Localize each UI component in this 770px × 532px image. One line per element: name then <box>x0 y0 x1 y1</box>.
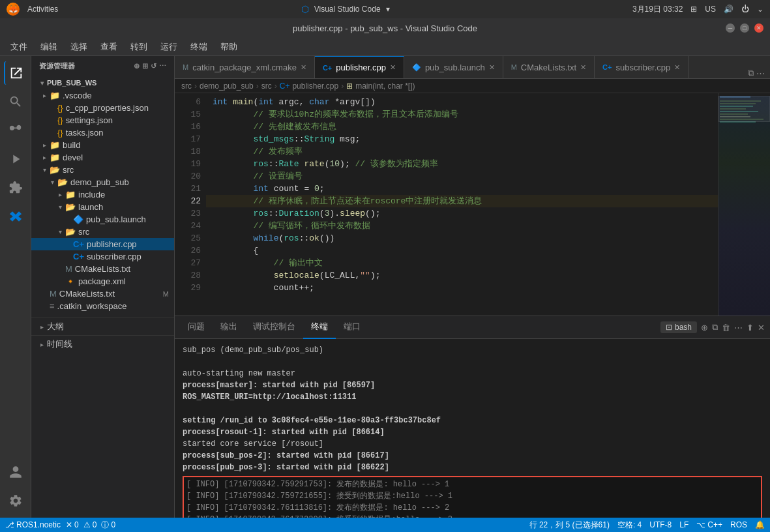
menu-edit[interactable]: 编辑 <box>35 40 63 54</box>
close-panel-icon[interactable]: ✕ <box>758 323 765 332</box>
more-icon[interactable]: ⋯ <box>159 62 166 70</box>
split-editor-icon[interactable]: ⧉ <box>748 68 754 78</box>
sidebar-item-c-cpp[interactable]: {} c_cpp_properties.json <box>31 102 174 114</box>
status-encoding[interactable]: UTF-8 <box>649 520 672 529</box>
sidebar-item-catkin-ws[interactable]: ≡ .catkin_workspace <box>31 300 174 312</box>
panel-tab-problems[interactable]: 问题 <box>180 316 213 339</box>
sidebar-item-publisher-cpp[interactable]: C+ publisher.cpp <box>31 238 174 250</box>
ros-label: ROS <box>730 520 747 529</box>
panel-tab-ports[interactable]: 端口 <box>336 316 368 339</box>
sidebar-item-cmakelists1[interactable]: M CMakeLists.txt M <box>31 288 174 300</box>
activities-label[interactable]: Activities <box>27 5 58 14</box>
maximize-panel-icon[interactable]: ⬆ <box>747 323 754 332</box>
firefox-icon[interactable]: 🦊 <box>7 3 20 16</box>
sidebar-header-icons: ⊕ ⊞ ↺ ⋯ <box>134 62 166 70</box>
activity-source-control[interactable] <box>4 119 27 142</box>
more-terminal-icon[interactable]: ⋯ <box>734 323 743 332</box>
menu-select[interactable]: 选择 <box>65 40 93 54</box>
minimap <box>718 93 770 316</box>
menu-run[interactable]: 运行 <box>155 40 183 54</box>
menu-goto[interactable]: 转到 <box>125 40 153 54</box>
volume-icon[interactable]: 🔊 <box>724 5 733 14</box>
sidebar-item-label: src <box>63 165 74 175</box>
folder-icon: 📁 <box>50 153 60 162</box>
panel-tab-terminal[interactable]: 终端 <box>303 316 336 339</box>
panel-tab-output[interactable]: 输出 <box>213 316 245 339</box>
sidebar-item-outline[interactable]: ▸ 大纲 <box>31 318 174 335</box>
tab-launch[interactable]: 🔷 pub_sub.launch ✕ <box>404 56 503 78</box>
tab-close-launch[interactable]: ✕ <box>489 63 495 72</box>
terminal-content[interactable]: sub_pos (demo_pub_sub/pos_sub) auto-star… <box>175 339 770 518</box>
tab-close-subscriber[interactable]: ✕ <box>674 63 680 72</box>
status-line-ending[interactable]: LF <box>679 520 689 529</box>
code-line: ros::Rate rate(10); // 该参数为指定频率 <box>206 158 718 170</box>
system-bar-right: 3月19日 03:32 ⊞ US 🔊 ⏻ ⌄ <box>632 4 763 15</box>
close-button[interactable]: ✕ <box>754 23 763 33</box>
activity-run[interactable] <box>4 147 27 171</box>
more-tabs-icon[interactable]: ⋯ <box>756 68 765 78</box>
split-terminal-icon[interactable]: ⧉ <box>712 322 718 332</box>
status-errors[interactable]: ✕ 0 ⚠ 0 ⓘ 0 <box>66 520 115 531</box>
tab-close-publisher[interactable]: ✕ <box>390 63 396 72</box>
menu-terminal[interactable]: 终端 <box>185 40 213 54</box>
sidebar-item-devel[interactable]: ▸ 📁 devel <box>31 151 174 164</box>
activity-vscode[interactable] <box>4 205 27 228</box>
sidebar-item-src[interactable]: ▾ 📂 src <box>31 164 174 176</box>
status-ros[interactable]: ROS <box>730 520 747 529</box>
sidebar-item-pub-launch[interactable]: 🔷 pub_sub.launch <box>31 213 174 226</box>
sidebar-item-build[interactable]: ▸ 📁 build <box>31 139 174 151</box>
status-notification[interactable]: 🔔 <box>755 520 765 529</box>
menu-file[interactable]: 文件 <box>5 40 33 54</box>
sidebar-item-demo[interactable]: ▾ 📂 demo_pub_sub <box>31 176 174 188</box>
new-folder-icon[interactable]: ⊞ <box>142 62 148 70</box>
activity-explorer[interactable] <box>4 61 27 85</box>
sidebar-item-package-xml[interactable]: 🔸 package.xml <box>31 275 174 288</box>
sidebar-item-launch[interactable]: ▾ 📂 launch <box>31 201 174 213</box>
tab-subscriber[interactable]: C+ subscriber.cpp ✕ <box>595 56 689 78</box>
status-bar-left: ⎇ ROS1.noetic ✕ 0 ⚠ 0 ⓘ 0 <box>5 520 115 531</box>
minimize-button[interactable]: ─ <box>726 23 735 33</box>
breadcrumb-src[interactable]: src <box>181 81 192 91</box>
sidebar-item-tasks[interactable]: {} tasks.json <box>31 126 174 139</box>
sidebar-item-settings[interactable]: {} settings.json <box>31 114 174 126</box>
vscode-title[interactable]: Visual Studio Code <box>314 5 381 14</box>
breadcrumb-file[interactable]: publisher.cpp <box>292 81 338 91</box>
status-spaces[interactable]: 空格: 4 <box>617 520 642 531</box>
breadcrumb-symbol[interactable]: main(int, char *[]) <box>355 81 415 91</box>
sidebar-item-cmakelists2[interactable]: M CMakeLists.txt <box>31 263 174 275</box>
kill-terminal-icon[interactable]: 🗑 <box>722 323 730 332</box>
sidebar-item-subscriber-cpp[interactable]: C+ subscriber.cpp <box>31 250 174 263</box>
new-file-icon[interactable]: ⊕ <box>134 62 140 70</box>
sidebar-item-include[interactable]: ▸ 📁 include <box>31 188 174 201</box>
power-icon[interactable]: ⏻ <box>741 5 749 14</box>
menu-help[interactable]: 帮助 <box>215 40 243 54</box>
add-terminal-icon[interactable]: ⊕ <box>701 323 708 332</box>
panel-tab-debug[interactable]: 调试控制台 <box>245 316 303 339</box>
maximize-button[interactable]: □ <box>740 23 749 33</box>
tab-publisher[interactable]: C+ publisher.cpp ✕ <box>315 56 404 78</box>
sidebar-item-timeline[interactable]: ▸ 时间线 <box>31 336 174 353</box>
activity-search[interactable] <box>4 90 27 113</box>
sidebar-item-label: include <box>78 190 105 200</box>
sidebar-workspace[interactable]: ▾ PUB_SUB_WS <box>31 76 174 89</box>
code-content[interactable]: int main(int argc, char *argv[]) // 要求以1… <box>206 93 718 316</box>
activity-settings[interactable] <box>4 489 27 512</box>
devel-arrow: ▸ <box>39 154 50 161</box>
tab-close-cmake[interactable]: ✕ <box>301 63 306 72</box>
sidebar-item-vscode[interactable]: ▸ 📁 .vscode <box>31 89 174 102</box>
status-branch[interactable]: ⎇ ROS1.noetic <box>5 520 61 529</box>
activity-extensions[interactable] <box>4 176 27 200</box>
sidebar-item-label: subscriber.cpp <box>87 252 141 261</box>
input-method[interactable]: US <box>705 5 716 14</box>
menu-view[interactable]: 查看 <box>95 40 123 54</box>
status-position[interactable]: 行 22，列 5 (已选择61) <box>529 520 610 531</box>
tab-cmake[interactable]: M catkin_package_xml.cmake ✕ <box>175 56 315 78</box>
tab-cmakelists[interactable]: M CMakeLists.txt ✕ <box>503 56 595 78</box>
breadcrumb-src2[interactable]: src <box>261 81 272 91</box>
tab-close-cmake2[interactable]: ✕ <box>580 63 586 72</box>
status-language[interactable]: ⌥ C++ <box>696 520 722 529</box>
activity-account[interactable] <box>4 460 27 484</box>
refresh-icon[interactable]: ↺ <box>151 62 156 70</box>
breadcrumb-demo[interactable]: demo_pub_sub <box>200 81 254 91</box>
sidebar-item-src2[interactable]: ▾ 📂 src <box>31 226 174 238</box>
